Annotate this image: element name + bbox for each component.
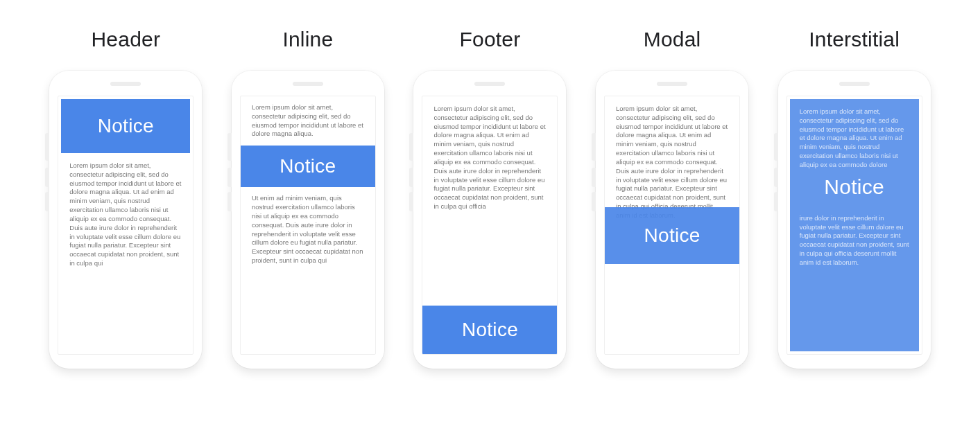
phone-screen: Lorem ipsum dolor sit amet, consectetur …	[604, 96, 740, 355]
phone-button-icon	[45, 168, 49, 187]
phone-button-icon	[45, 133, 49, 161]
phone-button-icon	[774, 192, 778, 211]
phone-screen: Lorem ipsum dolor sit amet, consectetur …	[240, 96, 376, 355]
phone-button-icon	[592, 192, 596, 211]
example-inline: Inline Lorem ipsum dolor sit amet, conse…	[224, 28, 393, 369]
phone-button-icon	[409, 192, 413, 211]
phone-button-icon	[227, 133, 232, 161]
overlay-text: irure dolor in reprehenderit in voluptat…	[790, 206, 919, 270]
example-title: Footer	[460, 28, 521, 51]
notice-banner: Notice	[61, 99, 190, 153]
example-title: Header	[92, 28, 161, 51]
notice-banner: Notice	[790, 173, 919, 206]
phone-button-icon	[227, 192, 232, 211]
phone-screen: Lorem ipsum dolor sit amet, consectetur …	[786, 96, 922, 355]
example-interstitial: Interstitial Lorem ipsum dolor sit amet,…	[770, 28, 938, 369]
body-text: Ut enim ad minim veniam, quis nostrud ex…	[241, 187, 375, 272]
phone-button-icon	[774, 133, 778, 161]
example-header: Header Notice Lorem ipsum dolor sit amet…	[42, 28, 210, 369]
examples-row: Header Notice Lorem ipsum dolor sit amet…	[42, 28, 938, 369]
example-title: Modal	[644, 28, 701, 51]
phone-button-icon	[45, 192, 49, 211]
phone-button-icon	[227, 168, 232, 187]
interstitial-overlay: Lorem ipsum dolor sit amet, consectetur …	[790, 99, 919, 351]
notice-banner: Notice	[241, 146, 375, 187]
phone-mockup: Lorem ipsum dolor sit amet, consectetur …	[232, 71, 384, 369]
phone-mockup: Lorem ipsum dolor sit amet, consectetur …	[778, 71, 931, 369]
phone-screen: Notice Lorem ipsum dolor sit amet, conse…	[58, 96, 194, 355]
example-modal: Modal Lorem ipsum dolor sit amet, consec…	[588, 28, 757, 369]
example-title: Interstitial	[809, 28, 900, 51]
overlay-text: Lorem ipsum dolor sit amet, consectetur …	[790, 99, 919, 173]
body-text: Lorem ipsum dolor sit amet, consectetur …	[58, 156, 193, 276]
notice-banner: Notice	[422, 306, 557, 354]
body-text: Lorem ipsum dolor sit amet, consectetur …	[241, 96, 375, 146]
phone-mockup: Lorem ipsum dolor sit amet, consectetur …	[413, 71, 566, 369]
example-footer: Footer Lorem ipsum dolor sit amet, conse…	[406, 28, 574, 369]
phone-screen: Lorem ipsum dolor sit amet, consectetur …	[422, 96, 558, 355]
phone-button-icon	[409, 168, 413, 187]
phone-button-icon	[774, 168, 778, 187]
phone-mockup: Lorem ipsum dolor sit amet, consectetur …	[596, 71, 748, 369]
example-title: Inline	[282, 28, 333, 51]
notice-modal: Notice	[605, 207, 739, 264]
phone-button-icon	[592, 168, 596, 187]
phone-button-icon	[409, 133, 413, 161]
phone-button-icon	[592, 133, 596, 161]
phone-mockup: Notice Lorem ipsum dolor sit amet, conse…	[49, 71, 202, 369]
body-text: Lorem ipsum dolor sit amet, consectetur …	[422, 96, 557, 306]
